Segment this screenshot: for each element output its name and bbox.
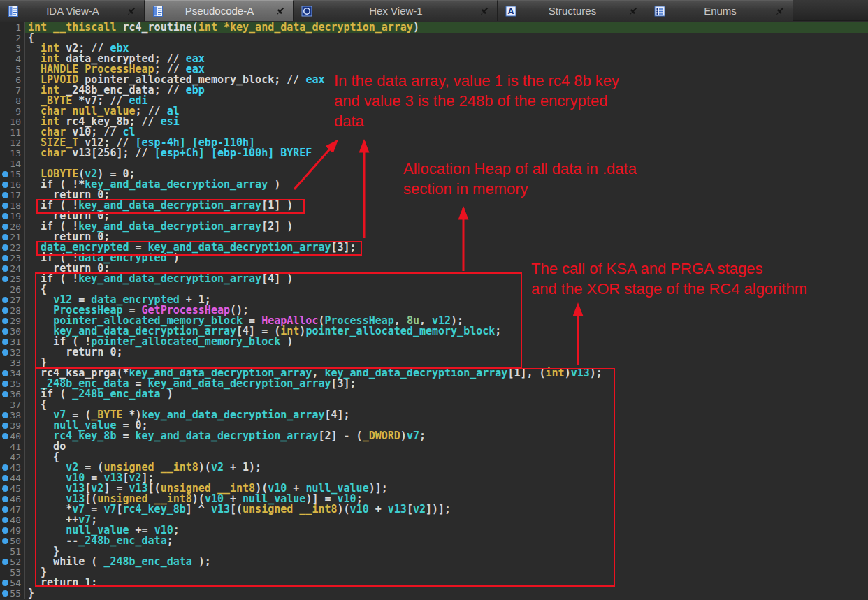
code-line[interactable] (25, 159, 868, 169)
code-marker-dot (2, 590, 8, 597)
gutter-cell: 27 (0, 295, 25, 305)
gutter-cell: 55 (0, 588, 25, 599)
gutter-cell: 14 (0, 159, 25, 169)
tab-enums[interactable]: Enums (646, 0, 793, 21)
tab-label: Enums (670, 5, 770, 17)
hex-view-icon (301, 5, 313, 17)
structures-icon: A (505, 5, 517, 17)
tab-pseudocode-a[interactable]: Pseudocode-A (145, 0, 294, 21)
code-marker-dot (2, 349, 8, 356)
line-number: 36 (10, 389, 21, 400)
code-row-13: 13 char v13[256]; // [esp+Ch] [ebp-100h]… (0, 148, 868, 159)
line-number: 12 (10, 138, 21, 148)
tab-bar: IDA View-APseudocode-AHex View-1AStructu… (0, 0, 868, 21)
code-line[interactable]: if ( !key_and_data_decryption_array[2] ) (25, 221, 868, 232)
gutter-cell: 34 (0, 368, 25, 379)
tab-structures[interactable]: AStructures (498, 0, 646, 21)
line-number: 9 (15, 106, 21, 117)
gutter-cell: 12 (0, 138, 25, 148)
line-number: 40 (10, 431, 21, 441)
code-marker-dot (2, 182, 8, 188)
code-line[interactable]: *v7 = v7[rc4_key_8b] ^ v13[(unsigned __i… (25, 504, 868, 515)
code-line[interactable]: } (25, 567, 868, 578)
code-row-41: 41 do (0, 441, 868, 452)
code-line[interactable]: if ( !key_and_data_decryption_array[1] ) (25, 200, 868, 211)
gutter-cell: 18 (0, 200, 25, 211)
line-number: 39 (10, 420, 21, 431)
gutter-cell: 45 (0, 483, 25, 494)
code-line[interactable]: if ( !pointer_allocated_memory_block ) (25, 337, 868, 347)
code-marker-dot (2, 485, 8, 492)
gutter-cell: 24 (0, 263, 25, 274)
gutter-cell: 38 (0, 410, 25, 420)
code-marker-dot (2, 234, 8, 240)
gutter-cell: 54 (0, 578, 25, 588)
gutter-cell: 40 (0, 431, 25, 441)
line-number: 47 (10, 504, 21, 515)
line-number: 11 (10, 127, 21, 138)
tab-label: Structures (521, 5, 623, 17)
line-number: 37 (10, 400, 21, 410)
code-line[interactable]: int _248b_enc_data; // ebp (25, 85, 868, 96)
code-line[interactable]: --_248b_enc_data; (25, 536, 868, 546)
ida-view-icon (7, 5, 20, 17)
code-line[interactable]: if ( !*key_and_data_decryption_array ) (25, 180, 868, 190)
gutter-cell: 50 (0, 536, 25, 546)
code-marker-dot (2, 391, 8, 397)
code-line[interactable]: while ( _248b_enc_data ); (25, 557, 868, 567)
line-number: 13 (10, 148, 21, 159)
gutter-cell: 51 (0, 546, 25, 557)
code-row-50: 50 --_248b_enc_data; (0, 536, 868, 546)
tab-ida-view-a[interactable]: IDA View-A (0, 0, 145, 21)
gutter-cell: 48 (0, 515, 25, 525)
code-marker-dot (2, 307, 8, 314)
code-row-55: 55} (0, 588, 868, 599)
enums-icon (653, 5, 666, 17)
pseudocode-view[interactable]: 1int __thiscall rc4_routine(int *key_and… (0, 22, 868, 599)
line-number: 35 (10, 379, 21, 389)
line-number: 7 (15, 85, 21, 96)
code-line[interactable]: do (25, 441, 868, 452)
line-number: 18 (10, 200, 21, 211)
code-line[interactable]: if ( !data_encrypted ) (25, 253, 868, 263)
code-line[interactable]: v7 = (_BYTE *)key_and_data_decryption_ar… (25, 410, 868, 420)
pin-icon[interactable] (628, 6, 639, 17)
code-line[interactable]: if ( _248b_enc_data ) (25, 389, 868, 400)
tab-hex-view-1[interactable]: Hex View-1 (294, 0, 498, 21)
line-number: 54 (10, 578, 21, 588)
code-line[interactable]: char v13[256]; // [esp+Ch] [ebp-100h] BY… (25, 148, 868, 159)
code-line[interactable]: return 0; (25, 347, 868, 358)
code-row-18: 18 if ( !key_and_data_decryption_array[1… (0, 200, 868, 211)
pin-icon[interactable] (479, 6, 490, 17)
pin-icon[interactable] (774, 6, 786, 17)
code-line[interactable]: int __thiscall rc4_routine(int *key_and_… (25, 22, 868, 33)
code-line[interactable]: rc4_key_8b = key_and_data_decryption_arr… (25, 431, 868, 441)
code-marker-dot (2, 339, 8, 345)
gutter-cell: 2 (0, 33, 25, 43)
code-line[interactable]: { (25, 33, 868, 43)
line-number: 53 (10, 567, 21, 578)
code-line[interactable]: if ( !key_and_data_decryption_array[4] ) (25, 274, 868, 284)
code-line[interactable]: return 1; (25, 578, 868, 588)
code-marker-dot (2, 224, 8, 230)
code-line[interactable]: int rc4_key_8b; // esi (25, 117, 868, 127)
pin-icon[interactable] (126, 6, 137, 17)
line-number: 5 (15, 64, 21, 75)
line-number: 4 (15, 54, 21, 64)
gutter-cell: 11 (0, 127, 25, 138)
pin-icon[interactable] (275, 6, 286, 17)
gutter-cell: 25 (0, 274, 25, 284)
line-number: 34 (10, 368, 21, 379)
code-marker-dot (2, 538, 8, 544)
gutter-cell: 17 (0, 190, 25, 200)
line-number: 33 (10, 358, 21, 368)
code-row-23: 23 if ( !data_encrypted ) (0, 253, 868, 263)
code-marker-dot (2, 423, 8, 429)
gutter-cell: 31 (0, 337, 25, 347)
pseudocode-icon (152, 5, 164, 17)
line-number: 29 (10, 316, 21, 326)
code-line[interactable]: } (25, 588, 868, 599)
line-number: 31 (10, 337, 21, 347)
gutter-cell: 10 (0, 117, 25, 127)
gutter-cell: 47 (0, 504, 25, 515)
